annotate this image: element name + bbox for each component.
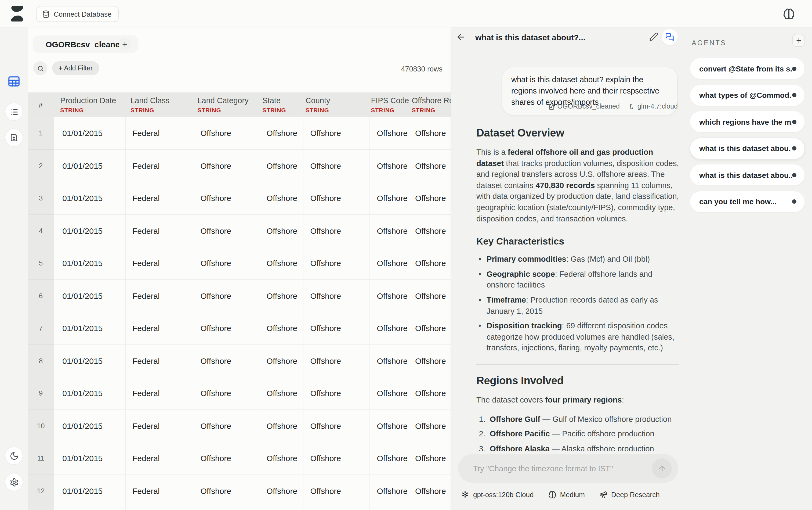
table-cell[interactable]: Offshore xyxy=(193,215,260,247)
table-row[interactable]: 301/01/2015FederalOffshoreOffshoreOffsho… xyxy=(28,182,451,215)
table-cell[interactable]: Offshore xyxy=(193,345,260,377)
table-cell[interactable]: Federal xyxy=(125,215,193,247)
row-number-header[interactable]: # xyxy=(28,92,53,117)
back-arrow-icon[interactable] xyxy=(456,32,465,42)
table-cell[interactable]: Offshore xyxy=(260,475,303,507)
table-row[interactable]: 501/01/2015FederalOffshoreOffshoreOffsho… xyxy=(28,247,451,280)
row-number[interactable]: 13 xyxy=(28,507,54,510)
table-cell[interactable]: 01/01/2015 xyxy=(54,312,125,345)
chat-bubbles-button[interactable] xyxy=(662,29,678,45)
settings-button[interactable] xyxy=(5,473,23,491)
table-cell[interactable]: Offshore xyxy=(193,117,260,150)
table-cell[interactable]: Offshore xyxy=(260,247,303,280)
table-cell[interactable]: 01/01/2015 xyxy=(54,117,125,150)
table-cell[interactable]: 01/01/2015 xyxy=(54,410,125,442)
new-agent-button[interactable] xyxy=(792,34,805,47)
table-cell[interactable]: Federal xyxy=(125,410,193,442)
app-logo[interactable] xyxy=(10,5,25,22)
table-cell[interactable]: Offshore xyxy=(408,345,451,377)
table-cell[interactable]: Offshore xyxy=(303,280,370,312)
table-row[interactable]: 1301/01/2015FederalOffshoreOffshoreOffsh… xyxy=(28,507,451,510)
agent-chat-item[interactable]: which regions have the m... xyxy=(690,111,805,132)
row-number[interactable]: 7 xyxy=(28,312,54,345)
row-number[interactable]: 9 xyxy=(28,377,54,410)
table-cell[interactable]: Offshore xyxy=(193,410,260,442)
table-cell[interactable]: Offshore xyxy=(303,377,370,410)
table-cell[interactable]: Offshore xyxy=(303,117,370,150)
table-cell[interactable]: Offshore xyxy=(260,410,303,442)
table-cell[interactable]: 01/01/2015 xyxy=(54,215,125,247)
row-number[interactable]: 6 xyxy=(28,280,54,312)
table-cell[interactable]: Offshore xyxy=(303,410,370,442)
table-cell[interactable]: Offshore xyxy=(260,150,303,182)
table-cell[interactable]: Offshore xyxy=(370,150,408,182)
table-cell[interactable]: Offshore xyxy=(260,280,303,312)
table-row[interactable]: 601/01/2015FederalOffshoreOffshoreOffsho… xyxy=(28,280,451,312)
table-cell[interactable]: Offshore xyxy=(193,280,260,312)
row-number[interactable]: 11 xyxy=(28,442,54,475)
table-cell[interactable]: Offshore xyxy=(193,507,260,510)
table-cell[interactable]: Offshore xyxy=(260,507,303,510)
table-cell[interactable]: Offshore xyxy=(370,312,408,345)
table-cell[interactable]: Offshore xyxy=(408,475,451,507)
table-cell[interactable]: Offshore xyxy=(193,182,260,215)
table-cell[interactable]: Federal xyxy=(125,280,193,312)
table-cell[interactable]: Offshore xyxy=(408,247,451,280)
table-cell[interactable]: Offshore xyxy=(370,507,408,510)
table-cell[interactable]: Federal xyxy=(125,442,193,475)
table-cell[interactable]: Offshore xyxy=(260,117,303,150)
table-cell[interactable]: Offshore xyxy=(193,247,260,280)
row-number[interactable]: 8 xyxy=(28,345,54,377)
table-cell[interactable]: 01/01/2015 xyxy=(54,280,125,312)
agent-chat-item[interactable]: convert @State from its s... xyxy=(690,58,805,79)
table-cell[interactable]: Offshore xyxy=(408,280,451,312)
table-cell[interactable]: Federal xyxy=(125,507,193,510)
table-cell[interactable]: 01/01/2015 xyxy=(54,377,125,410)
table-row[interactable]: 101/01/2015FederalOffshoreOffshoreOffsho… xyxy=(28,117,451,150)
send-button[interactable] xyxy=(652,458,672,478)
table-cell[interactable]: Federal xyxy=(125,117,193,150)
table-cell[interactable]: Offshore xyxy=(370,410,408,442)
agent-chat-item[interactable]: can you tell me how... xyxy=(690,191,805,212)
deep-research-toggle[interactable]: Deep Research xyxy=(599,490,660,499)
reasoning-effort-selector[interactable]: Medium xyxy=(548,490,585,499)
connect-database-button[interactable]: Connect Database xyxy=(36,6,118,22)
table-cell[interactable]: 01/01/2015 xyxy=(54,182,125,215)
table-cell[interactable]: 01/01/2015 xyxy=(54,442,125,475)
table-cell[interactable]: 01/01/2015 xyxy=(54,150,125,182)
row-number[interactable]: 1 xyxy=(28,117,54,150)
table-cell[interactable]: Offshore xyxy=(303,182,370,215)
table-grid-icon[interactable] xyxy=(7,75,21,88)
table-row[interactable]: 1201/01/2015FederalOffshoreOffshoreOffsh… xyxy=(28,475,451,507)
row-number[interactable]: 5 xyxy=(28,247,54,280)
table-cell[interactable]: Federal xyxy=(125,312,193,345)
table-cell[interactable]: Offshore xyxy=(408,377,451,410)
table-cell[interactable]: Offshore xyxy=(408,215,451,247)
table-cell[interactable]: Offshore xyxy=(260,442,303,475)
table-cell[interactable]: Offshore xyxy=(370,442,408,475)
table-cell[interactable]: Federal xyxy=(125,345,193,377)
add-tab-button[interactable] xyxy=(119,38,131,51)
dark-mode-toggle[interactable] xyxy=(5,447,23,465)
table-cell[interactable]: Offshore xyxy=(370,215,408,247)
pencil-icon[interactable] xyxy=(649,32,659,42)
list-view-button[interactable] xyxy=(5,103,23,121)
table-cell[interactable]: 01/01/2015 xyxy=(54,247,125,280)
table-cell[interactable]: Federal xyxy=(125,377,193,410)
table-cell[interactable]: Offshore xyxy=(408,410,451,442)
table-cell[interactable]: Offshore xyxy=(193,312,260,345)
table-row[interactable]: 901/01/2015FederalOffshoreOffshoreOffsho… xyxy=(28,377,451,410)
table-cell[interactable]: Offshore xyxy=(260,215,303,247)
table-cell[interactable]: Offshore xyxy=(303,312,370,345)
table-cell[interactable]: Offshore xyxy=(303,150,370,182)
table-cell[interactable]: Offshore xyxy=(193,442,260,475)
table-cell[interactable]: Offshore xyxy=(408,150,451,182)
table-cell[interactable]: Offshore xyxy=(303,215,370,247)
model-selector[interactable]: gpt-oss:120b Cloud xyxy=(461,490,534,499)
column-header[interactable]: Land Class STRING xyxy=(123,92,190,117)
table-cell[interactable]: Offshore xyxy=(408,507,451,510)
row-number[interactable]: 3 xyxy=(28,182,54,215)
table-cell[interactable]: Offshore xyxy=(370,345,408,377)
table-cell[interactable]: Offshore xyxy=(193,475,260,507)
column-header[interactable]: Offshore Region STRING xyxy=(405,92,451,117)
